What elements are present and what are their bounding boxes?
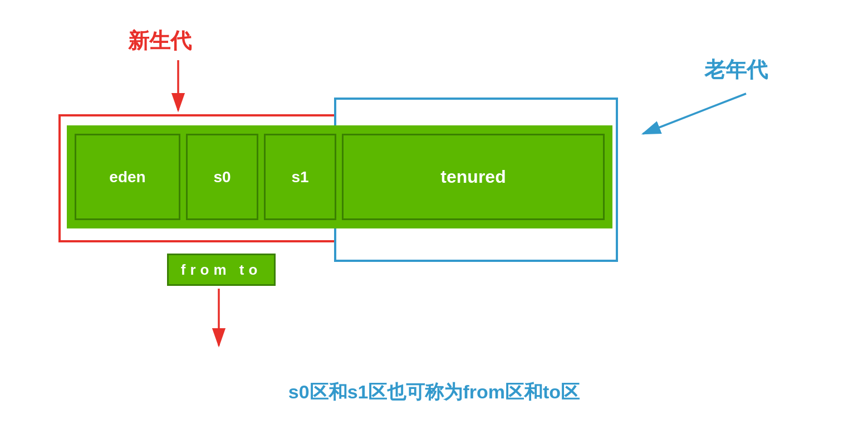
label-xinshenfdai: 新生代 (128, 27, 192, 55)
memory-row: eden s0 s1 tenured (67, 125, 612, 228)
arrow-blue (643, 94, 746, 134)
cell-eden: eden (75, 134, 180, 220)
cell-s1: s1 (264, 134, 336, 220)
diagram-container: 新生代 老年代 eden s0 s1 tenured from to s0区和s… (0, 0, 868, 443)
from-to-box: from to (167, 254, 276, 286)
bottom-description: s0区和s1区也可称为from区和to区 (0, 379, 868, 405)
from-to-label: from to (181, 261, 262, 279)
cell-tenured: tenured (342, 134, 605, 220)
cell-s0: s0 (186, 134, 258, 220)
label-laoniandai: 老年代 (704, 56, 768, 84)
